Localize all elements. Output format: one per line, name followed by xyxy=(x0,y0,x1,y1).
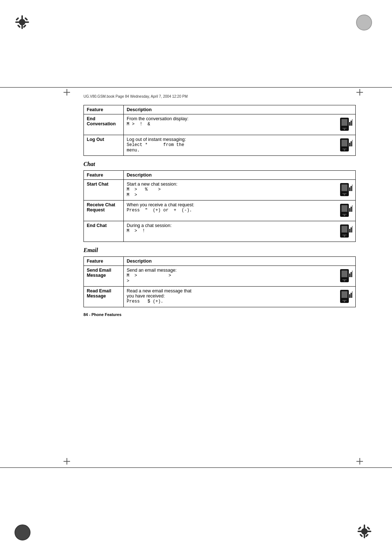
desc-end-conversation-text: From the conversation display: M > ! & xyxy=(127,116,336,127)
svg-rect-47 xyxy=(349,208,350,212)
svg-rect-15 xyxy=(367,526,370,530)
table-row: Log Out Log out of instant messaging: Se… xyxy=(84,135,356,156)
svg-point-9 xyxy=(361,528,368,535)
svg-rect-1 xyxy=(21,15,23,20)
table-row: Read EmailMessage Read a new email messa… xyxy=(84,287,356,307)
desc-end-chat: During a chat session: M > ! xyxy=(124,221,356,242)
svg-rect-31 xyxy=(349,143,350,146)
crosshair-br-inner xyxy=(356,458,363,466)
email-table: Feature Description Send EmailMessage Se… xyxy=(83,256,356,307)
svg-point-45 xyxy=(344,215,345,216)
svg-rect-36 xyxy=(342,185,347,191)
svg-rect-38 xyxy=(342,193,347,194)
svg-rect-41 xyxy=(352,185,352,191)
svg-point-53 xyxy=(344,235,345,237)
circle-bl xyxy=(15,524,30,540)
email-heading: Email xyxy=(83,247,356,254)
desc-end-conversation: From the conversation display: M > ! & xyxy=(124,114,356,135)
svg-rect-63 xyxy=(349,274,350,277)
svg-rect-32 xyxy=(351,141,352,146)
svg-rect-5 xyxy=(16,17,19,21)
page: UG.V80.GSM.book Page 84 Wednesday, April… xyxy=(0,0,392,555)
svg-rect-20 xyxy=(342,119,347,126)
feature-start-chat: Start Chat xyxy=(84,180,124,200)
crosshair-tr-inner xyxy=(356,89,363,97)
svg-point-29 xyxy=(344,149,345,151)
svg-rect-6 xyxy=(24,17,28,21)
corner-bl-outer xyxy=(15,524,30,540)
table-row: EndConversation From the conversation di… xyxy=(84,114,356,135)
svg-point-61 xyxy=(344,280,345,281)
svg-rect-33 xyxy=(352,140,352,146)
starburst-tl xyxy=(15,15,30,30)
svg-rect-62 xyxy=(342,279,347,280)
circle-tr xyxy=(356,15,372,31)
desc-send-email: Send an email message: M > > > xyxy=(124,266,356,287)
table-row: Send EmailMessage Send an email message:… xyxy=(84,266,356,287)
desc-log-out: Log out of instant messaging: Select * f… xyxy=(124,135,356,156)
phone-icon-read-email xyxy=(339,289,352,305)
desc-start-chat-code2: M > xyxy=(127,193,137,198)
feature-log-out: Log Out xyxy=(84,135,124,156)
svg-rect-13 xyxy=(367,531,371,532)
table-row: Start Chat Start a new chat session: M >… xyxy=(84,180,356,200)
im-table: Feature Description EndConversation From… xyxy=(83,105,356,156)
svg-rect-54 xyxy=(342,235,347,235)
feature-receive-chat: Receive ChatRequest xyxy=(84,200,124,221)
svg-rect-46 xyxy=(342,214,347,215)
svg-rect-68 xyxy=(342,291,347,298)
desc-receive-chat-code: Press " (+) or + (-). xyxy=(127,208,192,213)
starburst-br xyxy=(357,524,372,539)
main-content: UG.V80.GSM.book Page 84 Wednesday, April… xyxy=(83,94,356,461)
page-number: 84 - Phone Features xyxy=(83,312,122,317)
chat-heading: Chat xyxy=(83,161,356,167)
svg-rect-30 xyxy=(342,149,347,149)
svg-rect-12 xyxy=(358,531,362,532)
phone-icon-end-chat xyxy=(339,224,352,240)
svg-rect-57 xyxy=(352,226,352,232)
svg-rect-28 xyxy=(342,140,347,146)
svg-rect-56 xyxy=(351,227,352,232)
desc-log-out-text: Log out of instant messaging: Select * f… xyxy=(127,137,336,153)
im-col-feature: Feature xyxy=(84,105,124,114)
svg-rect-14 xyxy=(358,526,362,530)
svg-rect-39 xyxy=(349,187,350,191)
desc-read-email-text: Read a new email message that you have r… xyxy=(127,288,336,304)
svg-rect-24 xyxy=(351,121,352,126)
crosshair-tl-inner xyxy=(64,89,70,97)
svg-rect-40 xyxy=(351,186,352,191)
desc-start-chat-text: Start a new chat session: M > % > M > xyxy=(127,182,336,198)
chat-col-feature: Feature xyxy=(84,171,124,180)
desc-send-email-text: Send an email message: M > > > xyxy=(127,268,336,284)
feature-send-email: Send EmailMessage xyxy=(84,266,124,287)
email-col-desc: Description xyxy=(124,257,356,266)
feature-end-conversation: EndConversation xyxy=(84,114,124,135)
svg-point-0 xyxy=(19,19,25,25)
email-col-feature: Feature xyxy=(84,257,124,266)
desc-receive-chat-text: When you receive a chat request: Press "… xyxy=(127,202,336,213)
svg-rect-4 xyxy=(25,21,29,23)
svg-rect-60 xyxy=(342,271,347,277)
crosshair-bl-inner xyxy=(64,458,70,466)
footer-note: 84 - Phone Features xyxy=(83,312,356,317)
svg-rect-70 xyxy=(342,300,347,301)
svg-rect-65 xyxy=(352,271,352,277)
svg-rect-44 xyxy=(342,205,347,212)
svg-rect-10 xyxy=(364,524,365,529)
svg-rect-11 xyxy=(364,534,365,538)
svg-rect-48 xyxy=(351,207,352,212)
svg-point-37 xyxy=(344,194,345,195)
desc-read-email-code: Press $ (+). xyxy=(127,299,163,304)
phone-icon-end-conv xyxy=(339,117,352,133)
feature-end-chat: End Chat xyxy=(84,221,124,242)
bottom-rule xyxy=(0,467,392,468)
desc-start-chat: Start a new chat session: M > % > M > xyxy=(124,180,356,200)
top-rule xyxy=(0,87,392,88)
svg-rect-25 xyxy=(352,119,352,126)
svg-rect-52 xyxy=(342,226,347,232)
header-line: UG.V80.GSM.book Page 84 Wednesday, April… xyxy=(83,94,356,98)
desc-end-chat-code: M > ! xyxy=(127,228,145,234)
desc-send-email-code2: > xyxy=(127,279,129,284)
corner-tl-outer xyxy=(15,15,30,31)
phone-icon-receive-chat xyxy=(339,203,352,219)
